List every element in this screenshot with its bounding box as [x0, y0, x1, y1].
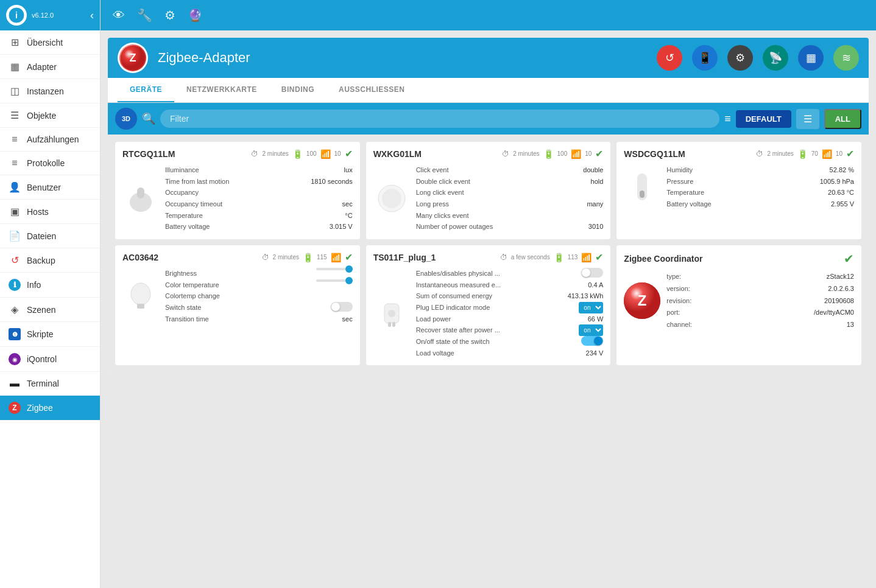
device-meta: ⏱ 2 minutes 🔋 70 📶 10 ✔ [756, 148, 854, 159]
device-body: Humidity52.82 % Pressure1005.9 hPa Tempe… [624, 164, 854, 210]
time-value: 2 minutes [273, 254, 299, 261]
prop-value: 20190608 [824, 295, 854, 307]
sidebar-item-aufzahlungen[interactable]: ≡Aufzählungen [0, 128, 100, 152]
device-card-TS011F_plug_1: TS011F_plug_1 ⏱ a few seconds 🔋 113 📶 ✔ … [366, 245, 611, 365]
broadcast-button[interactable]: 📡 [763, 45, 788, 71]
device-name: Zigbee Coordinator [624, 254, 702, 264]
prop-row: Battery voltage3.015 V [165, 221, 353, 233]
battery-icon: 🔋 [554, 253, 564, 262]
wifi-icon: 📶 [331, 253, 341, 262]
status-check-icon: ✔ [595, 251, 603, 263]
device-body: Click eventdouble Double click eventhold… [373, 164, 604, 233]
toggle-switch[interactable] [581, 336, 603, 346]
eye-icon[interactable]: 👁 [113, 9, 125, 23]
time-value: 2 minutes [767, 150, 793, 157]
list-view-button[interactable]: ☰ [796, 109, 819, 129]
prop-row: Colortemp change [165, 290, 353, 302]
sidebar-item-backup[interactable]: ↺Backup [0, 248, 100, 273]
device-props: Enables/disables physical ... Instantane… [416, 268, 604, 359]
prop-row: Occupancy timeoutsec [165, 198, 353, 210]
clock-icon: ⏱ [756, 150, 763, 158]
sidebar-item-hosts[interactable]: ▣Hosts [0, 200, 100, 224]
sidebar-item-iqontrol[interactable]: ◉iQontrol [0, 347, 100, 372]
gear-icon[interactable]: ⚙ [164, 8, 175, 23]
tab-ausschliessen[interactable]: AUSSCHLIESSEN [327, 78, 417, 102]
content-area: Z Zigbee-Adapter ↺ 📱 ⚙ 📡 ▦ ≋ GERÄTENETZW… [101, 30, 876, 588]
sidebar-item-instanzen[interactable]: ◫Instanzen [0, 79, 100, 103]
device-card-WXKG01LM: WXKG01LM ⏱ 2 minutes 🔋 100 📶 10 ✔ Click … [366, 142, 611, 239]
qr-button[interactable]: ▦ [798, 45, 824, 71]
toggle-switch[interactable] [331, 302, 353, 312]
prop-row: Number of power outages3010 [416, 221, 604, 233]
prop-value: 2.0.2.6.3 [828, 283, 854, 295]
wifi-button[interactable]: ≋ [833, 45, 859, 71]
sidebar-item-label: Backup [27, 256, 55, 265]
prop-row: Time from last motion1810 seconds [165, 176, 353, 187]
sidebar-item-label: iQontrol [27, 354, 57, 364]
sidebar-item-terminal[interactable]: ▬Terminal [0, 372, 100, 396]
settings-button[interactable]: ⚙ [727, 45, 753, 71]
filter-bar: 3D 🔍 ≡ DEFAULT ☰ ALL [108, 103, 869, 135]
prop-row: Pressure1005.9 hPa [666, 176, 854, 187]
sidebar-collapse-icon[interactable]: ‹ [90, 9, 94, 22]
user-icon[interactable]: 🔮 [188, 8, 203, 23]
sidebar-item-protokolle[interactable]: ≡Protokolle [0, 152, 100, 175]
sidebar-item-dateien[interactable]: 📄Dateien [0, 224, 100, 248]
device-body: Brightness Color temperature Colortemp c… [122, 268, 353, 324]
clock-icon: ⏱ [251, 150, 258, 158]
default-view-button[interactable]: DEFAULT [736, 110, 791, 128]
tab-ger-te[interactable]: GERÄTE [118, 78, 174, 102]
device-name: WXKG01LM [373, 149, 422, 159]
sort-icon[interactable]: ≡ [724, 113, 731, 125]
device-name: RTCGQ11LM [122, 149, 175, 159]
prop-slider[interactable] [316, 268, 353, 270]
device-card-WSDCGQ11LM: WSDCGQ11LM ⏱ 2 minutes 🔋 70 📶 10 ✔ Humid… [616, 142, 861, 239]
sidebar-item-adapter[interactable]: ▦Adapter [0, 55, 100, 79]
sidebar-item-objekte[interactable]: ☰Objekte [0, 103, 100, 128]
aufzahlungen-icon: ≡ [9, 134, 21, 145]
prop-slider[interactable] [316, 279, 353, 282]
sidebar-item-ubersicht[interactable]: ⊞Übersicht [0, 30, 100, 55]
tab-binding[interactable]: BINDING [269, 78, 327, 102]
device-header: Zigbee Coordinator✔ [624, 251, 854, 266]
device-header: AC03642 ⏱ 2 minutes 🔋 115 📶 ✔ [122, 251, 353, 263]
prop-name: Sum of consumed energy [416, 290, 492, 302]
dropdown-select[interactable]: on [579, 324, 603, 336]
filter-input[interactable] [160, 110, 719, 128]
ubersicht-icon: ⊞ [9, 37, 21, 48]
dropdown-select[interactable]: on [579, 302, 603, 313]
prop-row: On/off state of the switch [416, 336, 604, 348]
tab-netzwerkkarte[interactable]: NETZWERKKARTE [174, 78, 269, 102]
zigbee-panel: Z Zigbee-Adapter ↺ 📱 ⚙ 📡 ▦ ≋ GERÄTENETZW… [108, 38, 869, 373]
sidebar-item-label: Aufzählungen [27, 135, 79, 144]
prop-row: Load power66 W [416, 313, 604, 325]
sidebar-item-szenen[interactable]: ◈Szenen [0, 298, 100, 322]
prop-name: Long click event [416, 187, 464, 198]
wrench-icon[interactable]: 🔧 [137, 8, 152, 23]
protokolle-icon: ≡ [9, 158, 21, 169]
sidebar-item-info[interactable]: ℹInfo [0, 273, 100, 298]
all-view-button[interactable]: ALL [824, 109, 861, 129]
hosts-icon: ▣ [9, 206, 21, 217]
svg-point-8 [382, 189, 401, 208]
toggle-switch[interactable] [581, 268, 603, 278]
sidebar-item-benutzer[interactable]: 👤Benutzer [0, 175, 100, 200]
prop-row: Color temperature [165, 279, 353, 291]
sidebar: i v6.12.0 ‹ ⊞Übersicht▦Adapter◫Instanzen… [0, 0, 101, 588]
sidebar-item-label: Szenen [27, 305, 55, 315]
prop-name: Humidity [666, 164, 693, 176]
prop-value: 1005.9 hPa [820, 176, 854, 187]
wifi-icon: 📶 [822, 149, 832, 159]
panel-logo: Z [118, 43, 148, 73]
prop-value: many [587, 198, 603, 210]
sidebar-item-skripte[interactable]: ❶Skripte [0, 322, 100, 347]
sidebar-item-zigbee[interactable]: ZZigbee [0, 396, 100, 421]
benutzer-icon: 👤 [9, 181, 21, 193]
refresh-button[interactable]: ↺ [657, 45, 682, 71]
status-check-icon: ✔ [844, 251, 854, 266]
mobile-button[interactable]: 📱 [692, 45, 718, 71]
panel-title: Zigbee-Adapter [158, 50, 647, 66]
device-name: AC03642 [122, 253, 158, 262]
prop-value: 3010 [588, 221, 603, 233]
3d-badge[interactable]: 3D [115, 108, 137, 130]
